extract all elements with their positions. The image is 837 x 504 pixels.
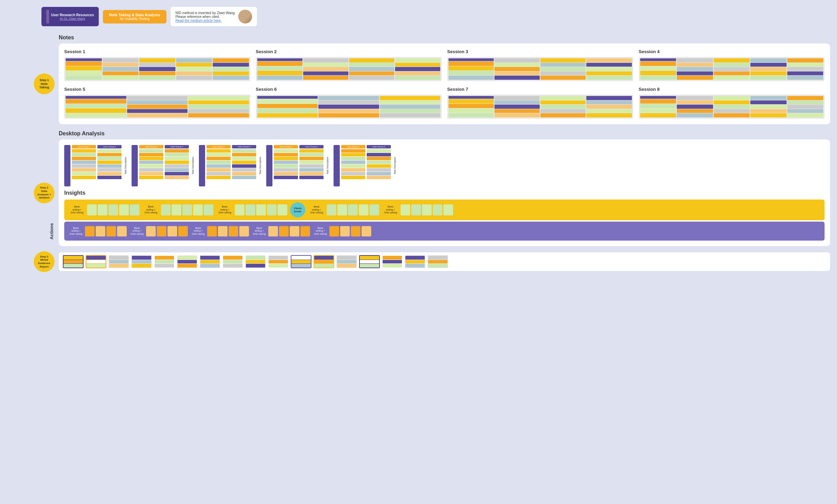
action-group-5: Basic writing + 2min saving (313, 226, 371, 236)
da-ug2-header-2: User Group 2 (165, 145, 189, 148)
insight-card (87, 204, 97, 215)
insight-card (443, 204, 453, 215)
action-card (106, 226, 116, 236)
action-card (329, 226, 339, 236)
insight-card (161, 204, 171, 215)
action-label-4: Basic writing + 2min saving (252, 227, 267, 235)
da-item-3: User Group 1 (199, 145, 263, 186)
da-ug2-header-3: User Group 2 (232, 145, 256, 148)
insight-label-1: Basic writing + 2min saving (68, 205, 86, 214)
notetaking-badge[interactable]: Note Taking & Data Analysis for Usabilit… (103, 10, 166, 23)
session-8-thumb (639, 95, 825, 119)
action-card (117, 226, 127, 236)
action-label-1: Basic writing + 2min saving (68, 227, 84, 235)
action-cards-5 (329, 226, 371, 236)
da-ug1-header-4: User Group 1 (274, 145, 298, 148)
main-content: Notes Step 1 Note Taking Session 1 (31, 35, 830, 271)
action-card (362, 226, 371, 236)
da-col-ug1-3: User Group 1 (206, 145, 231, 186)
mer-thumb-3 (108, 255, 129, 268)
desktop-analysis-wrapper: Step 2 Data Analysis + Ideation User Gro… (59, 139, 830, 246)
step1-badge: Step 1 Note Taking (34, 74, 55, 94)
session-7-label: Session 7 (447, 87, 633, 92)
action-card (96, 226, 105, 236)
insight-group-5: Basic writing + 2min saving (382, 204, 453, 215)
insights-section: Insights Basic writing + 2min saving (64, 190, 825, 241)
insight-card (235, 204, 244, 215)
notes-section-wrapper: Step 1 Note Taking Session 1 (59, 43, 830, 124)
action-card (157, 226, 166, 236)
action-card (167, 226, 177, 236)
mer-thumb-16 (405, 255, 425, 268)
session-6-label: Session 6 (256, 87, 442, 92)
mer-thumb-15 (382, 255, 403, 268)
mer-thumb-9 (245, 255, 266, 268)
mer-thumb-2 (86, 255, 106, 268)
insights-title: Insights (64, 190, 825, 196)
session-6: Session 6 (256, 87, 442, 119)
da-content: User Group 1 (64, 145, 825, 186)
notes-section-title: Notes (59, 35, 830, 41)
mer-thumb-12 (314, 255, 334, 268)
session-5-label: Session 5 (64, 87, 250, 92)
da-col-ug1-4: User Group 1 (274, 145, 298, 186)
session-7-thumb (447, 95, 633, 119)
da-purple-bar-4 (266, 145, 272, 186)
mer-thumb-5 (154, 255, 175, 268)
nid-link[interactable]: Read the medium article here. (175, 19, 222, 22)
session-7: Session 7 (447, 87, 633, 119)
insight-card (182, 204, 192, 215)
notes-grid: Session 1 (64, 49, 825, 119)
insight-card (98, 204, 107, 215)
insight-card (422, 204, 432, 215)
session-4: Session 4 (639, 49, 825, 81)
step1-label: Step 1 Note Taking (39, 78, 49, 89)
desktop-analysis-title: Desktop Analysis (59, 130, 830, 137)
insight-cards-2 (161, 204, 213, 215)
break-label: 15min break (294, 207, 301, 213)
da-ug1-header-2: User Group 1 (139, 145, 163, 148)
step3-badge: Step 3 Mixed Evidence Report (34, 251, 55, 272)
da-item-5: User Group 1 (334, 145, 397, 186)
task-label-4: Task Description (325, 157, 330, 174)
resources-badge[interactable]: User Research Resources by Dr. Ziwei Wan… (41, 7, 99, 26)
step2-badge: Step 2 Data Analysis + Ideation (34, 183, 55, 203)
step3-label: Step 3 Mixed Evidence Report (38, 255, 50, 268)
nid-info: NID method is invented by Ziwei Wang Ple… (171, 7, 257, 26)
action-group-4: Basic writing + 2min saving (252, 226, 310, 236)
action-group-3: Basic writing + 2min saving (191, 226, 249, 236)
da-cols-4: User Group 1 (274, 145, 324, 186)
badge1-line1: User Research Resources (51, 13, 94, 17)
action-card (229, 226, 238, 236)
action-card (340, 226, 350, 236)
session-1-label: Session 1 (64, 49, 250, 54)
badge2-line1: Note Taking & Data Analysis (109, 13, 160, 17)
insight-label-3: Basic writing + 2min saving (216, 205, 233, 214)
da-ug2-header-5: User Group 2 (367, 145, 391, 148)
page-header: User Research Resources by Dr. Ziwei Wan… (41, 7, 830, 26)
session-1-thumb (64, 57, 250, 81)
notes-box: Session 1 (59, 43, 830, 124)
insight-card (337, 204, 347, 215)
desktop-analysis-box: User Group 1 (59, 139, 830, 246)
mer-thumb-6 (177, 255, 198, 268)
actions-section: Actions Basic writing + 2min saving (64, 222, 825, 241)
session-3: Session 3 (447, 49, 633, 81)
insights-bar: Basic writing + 2min saving Basic writin… (64, 200, 825, 220)
mer-thumb-17 (427, 255, 448, 268)
insight-card (433, 204, 442, 215)
insight-card (108, 204, 118, 215)
insight-card (130, 204, 140, 215)
insight-card (401, 204, 410, 215)
session-2-thumb (256, 57, 442, 81)
badge1-line2: by Dr. Ziwei Wang (51, 17, 94, 20)
action-card (268, 226, 278, 236)
action-card (146, 226, 156, 236)
insight-group-2: Basic writing + 2min saving (142, 204, 213, 215)
task-label-5: Task Description (392, 157, 397, 174)
badge2-line2: for Usability Testing (109, 17, 160, 21)
mer-thumb-8 (222, 255, 243, 268)
task-label-1: Task Description (123, 157, 128, 174)
step2-label: Step 2 Data Analysis + Ideation (37, 186, 51, 199)
action-label-5: Basic writing + 2min saving (313, 227, 328, 235)
